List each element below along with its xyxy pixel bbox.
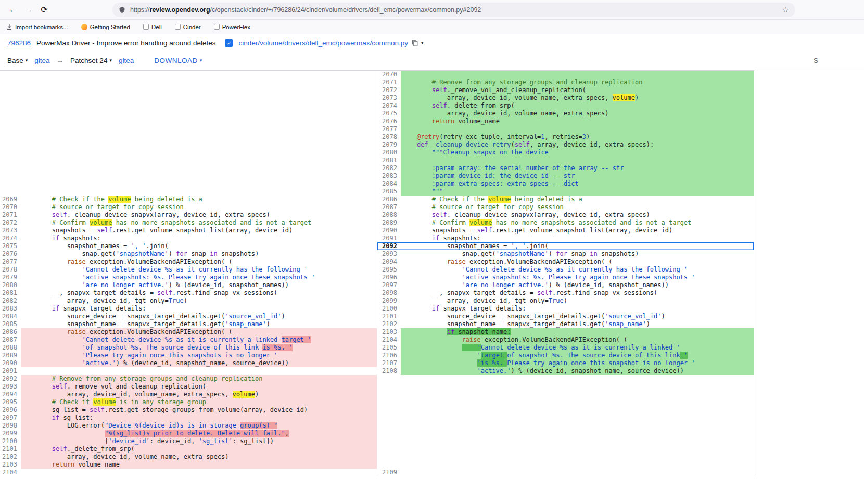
line-number-left[interactable]: 2069	[0, 196, 21, 203]
patchset-gitea-link[interactable]: gitea	[119, 57, 134, 64]
line-number-left[interactable]: 2097	[0, 414, 21, 422]
refresh-button[interactable]: ⟳	[36, 2, 52, 18]
line-number-left[interactable]: 2091	[0, 367, 21, 375]
line-number-left[interactable]: 2081	[0, 289, 21, 297]
bookmark-import[interactable]: Import bookmarks...	[4, 23, 70, 31]
line-number-left[interactable]: 2071	[0, 211, 21, 219]
line-number-right[interactable]: 2070	[377, 71, 401, 79]
line-number-right[interactable]: 2071	[377, 79, 401, 86]
line-number-right[interactable]: 2074	[377, 102, 401, 110]
line-number-left[interactable]: 2090	[0, 359, 21, 367]
bookmark-star-icon[interactable]: ☆	[782, 5, 789, 15]
line-number-left[interactable]: 2070	[0, 203, 21, 211]
url-bar[interactable]: https://review.opendev.org/c/openstack/c…	[112, 3, 795, 17]
line-number-right[interactable]: 2106	[377, 352, 401, 359]
line-number-left[interactable]	[0, 141, 21, 149]
line-number-right[interactable]: 2085	[377, 188, 401, 196]
line-number-right[interactable]: 2083	[377, 172, 401, 180]
line-number-left[interactable]	[0, 180, 21, 188]
bookmark-cinder[interactable]: Cinder	[173, 23, 203, 31]
line-number-right[interactable]	[377, 422, 401, 430]
line-number-left[interactable]	[0, 118, 21, 125]
line-number-left[interactable]: 2093	[0, 383, 21, 391]
line-number-right[interactable]: 2087	[377, 203, 401, 211]
line-number-right[interactable]: 2105	[377, 344, 401, 352]
line-number-left[interactable]: 2076	[0, 250, 21, 258]
line-number-left[interactable]: 2086	[0, 328, 21, 336]
line-number-right[interactable]: 2084	[377, 180, 401, 188]
line-number-left[interactable]	[0, 133, 21, 141]
line-number-right[interactable]	[377, 398, 401, 406]
line-number-left[interactable]: 2078	[0, 266, 21, 274]
line-number-right[interactable]: 2098	[377, 289, 401, 297]
line-number-right[interactable]: 2089	[377, 219, 401, 227]
line-number-right[interactable]: 2091	[377, 235, 401, 242]
line-number-left[interactable]: 2102	[0, 453, 21, 461]
line-number-right[interactable]: 2100	[377, 305, 401, 313]
line-number-right[interactable]	[377, 453, 401, 461]
line-number-right[interactable]: 2107	[377, 359, 401, 367]
line-number-right[interactable]: 2104	[377, 336, 401, 344]
file-path-link[interactable]: cinder/volume/drivers/dell_emc/powermax/…	[238, 39, 408, 47]
line-number-left[interactable]: 2099	[0, 430, 21, 437]
line-number-left[interactable]	[0, 110, 21, 118]
line-number-right[interactable]	[377, 430, 401, 437]
line-number-right[interactable]	[377, 414, 401, 422]
line-number-left[interactable]: 2084	[0, 313, 21, 320]
line-number-left[interactable]	[0, 164, 21, 172]
line-number-left[interactable]	[0, 71, 21, 79]
line-number-right[interactable]	[377, 461, 401, 469]
forward-button[interactable]: →	[21, 2, 36, 18]
bookmark-powerflex[interactable]: PowerFlex	[212, 23, 252, 31]
line-number-left[interactable]: 2104	[0, 469, 21, 476]
line-number-right[interactable]: 2109	[377, 469, 401, 476]
line-number-left[interactable]: 2087	[0, 336, 21, 344]
bookmark-dell[interactable]: Dell	[141, 23, 164, 31]
line-number-right[interactable]: 2103	[377, 328, 401, 336]
line-number-right[interactable]: 2094	[377, 258, 401, 266]
line-number-right[interactable]: 2093	[377, 250, 401, 258]
line-number-left[interactable]: 2101	[0, 445, 21, 453]
line-number-right[interactable]	[377, 375, 401, 383]
line-number-left[interactable]: 2100	[0, 437, 21, 445]
line-number-left[interactable]	[0, 157, 21, 164]
base-selector[interactable]: Base ▾	[7, 57, 28, 64]
line-number-left[interactable]	[0, 149, 21, 157]
file-dropdown-caret-icon[interactable]: ▾	[421, 41, 424, 45]
line-number-left[interactable]: 2094	[0, 391, 21, 398]
line-number-left[interactable]	[0, 86, 21, 94]
patchset-selector[interactable]: Patchset 24 ▾	[70, 57, 112, 64]
line-number-left[interactable]: 2098	[0, 422, 21, 430]
line-number-left[interactable]: 2075	[0, 242, 21, 250]
line-number-right[interactable]: 2088	[377, 211, 401, 219]
line-number-right[interactable]	[377, 445, 401, 453]
line-number-right[interactable]	[377, 391, 401, 398]
line-number-left[interactable]: 2089	[0, 352, 21, 359]
line-number-left[interactable]	[0, 188, 21, 196]
line-number-right[interactable]: 2095	[377, 266, 401, 274]
base-gitea-link[interactable]: gitea	[34, 57, 49, 64]
line-number-right[interactable]: 2099	[377, 297, 401, 305]
line-number-right[interactable]: 2077	[377, 125, 401, 133]
line-number-right[interactable]: 2108	[377, 367, 401, 375]
bookmark-getting-started[interactable]: Getting Started	[79, 23, 132, 31]
line-number-left[interactable]: 2103	[0, 461, 21, 469]
back-button[interactable]: ←	[5, 2, 21, 18]
line-number-right[interactable]: 2096	[377, 274, 401, 281]
line-number-left[interactable]	[0, 125, 21, 133]
line-number-left[interactable]	[0, 79, 21, 86]
line-number-left[interactable]: 2092	[0, 375, 21, 383]
line-number-left[interactable]: 2085	[0, 320, 21, 328]
line-number-right[interactable]: 2092	[377, 242, 401, 250]
line-number-left[interactable]: 2074	[0, 235, 21, 242]
line-number-right[interactable]: 2082	[377, 164, 401, 172]
line-number-right[interactable]: 2086	[377, 196, 401, 203]
line-number-right[interactable]: 2079	[377, 141, 401, 149]
line-number-right[interactable]: 2090	[377, 227, 401, 235]
line-number-left[interactable]: 2073	[0, 227, 21, 235]
line-number-right[interactable]: 2081	[377, 157, 401, 164]
line-number-right[interactable]: 2102	[377, 320, 401, 328]
reviewed-checkbox[interactable]	[225, 39, 233, 47]
line-number-right[interactable]: 2076	[377, 118, 401, 125]
line-number-left[interactable]	[0, 94, 21, 102]
